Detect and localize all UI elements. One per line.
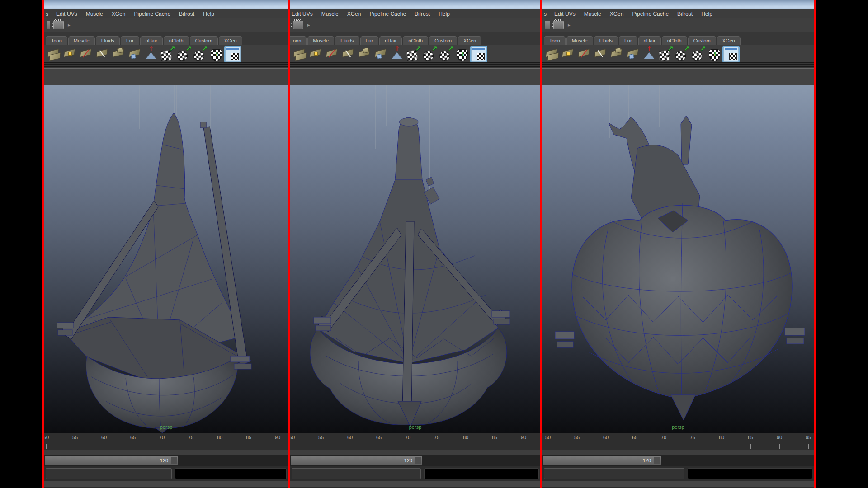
- frame-label[interactable]: 75: [678, 433, 707, 450]
- expand-arrow-icon[interactable]: ▸: [307, 22, 310, 28]
- frame-label[interactable]: 80: [451, 433, 480, 450]
- window-titlebar[interactable]: [44, 0, 288, 10]
- shelf-icon-poly-cut[interactable]: [577, 47, 591, 61]
- shelf-tab[interactable]: Toon: [544, 36, 566, 45]
- shelf-icon-checker-shield[interactable]: [455, 47, 469, 61]
- shelf-icon-checker-shield[interactable]: [707, 47, 722, 61]
- range-end-value[interactable]: 120: [404, 458, 412, 463]
- range-bar[interactable]: 120: [543, 456, 661, 465]
- frame-label[interactable]: 60: [335, 433, 364, 450]
- viewport-persp[interactable]: persp: [290, 85, 540, 433]
- frame-label[interactable]: 50: [44, 433, 61, 450]
- shelf-icon-checker-ne[interactable]: [406, 47, 420, 61]
- model-3d-object[interactable]: [542, 85, 814, 433]
- shelf-icon-poly-cut[interactable]: [325, 47, 339, 61]
- shelf-tab[interactable]: oon: [290, 36, 307, 45]
- shelf-icon-poly-dots[interactable]: [62, 47, 77, 61]
- frame-label[interactable]: 80: [707, 433, 736, 450]
- model-3d-object[interactable]: [44, 85, 288, 433]
- shelf-icon-cone[interactable]: [390, 47, 404, 61]
- shelf-icon-checker-cyl[interactable]: [439, 47, 453, 61]
- shelf-tab[interactable]: Custom: [429, 36, 457, 45]
- range-handle[interactable]: [415, 457, 421, 464]
- pane-divider[interactable]: [290, 62, 540, 68]
- shelf-tab[interactable]: XGen: [717, 36, 741, 45]
- pane-divider[interactable]: [44, 62, 288, 68]
- shelf-icon-poly-dots[interactable]: [308, 47, 323, 61]
- shelf-tab[interactable]: Custom: [190, 36, 218, 45]
- frame-label[interactable]: 65: [620, 433, 649, 450]
- frame-label[interactable]: 85: [480, 433, 509, 450]
- shelf-tab[interactable]: nCloth: [403, 36, 428, 45]
- shelf-icon-checker-cyl[interactable]: [193, 47, 207, 61]
- shelf-tab[interactable]: nCloth: [662, 36, 687, 45]
- shelf-tab[interactable]: Custom: [688, 36, 716, 45]
- menu-item[interactable]: Bifrost: [179, 11, 194, 17]
- clipped-toolbar-icon[interactable]: [47, 21, 50, 29]
- frame-label[interactable]: 70: [147, 433, 176, 450]
- shelf-icon-checker-sphere[interactable]: [675, 47, 689, 61]
- frame-label[interactable]: 50: [542, 433, 562, 450]
- time-slider[interactable]: 50556065707580859095: [44, 433, 288, 450]
- menu-item[interactable]: Edit UVs: [292, 11, 313, 17]
- shelf-tab[interactable]: XGen: [219, 36, 242, 45]
- clipped-toolbar-icon[interactable]: [545, 21, 550, 29]
- frame-label[interactable]: 60: [90, 433, 118, 450]
- range-bar[interactable]: 120: [291, 456, 422, 465]
- shelf-tab[interactable]: Fur: [121, 36, 139, 45]
- shelf-icon-uvwin-sel[interactable]: [471, 47, 486, 62]
- shelf-icon-poly-layout[interactable]: [626, 47, 640, 61]
- shelf-tab[interactable]: nHair: [379, 36, 402, 45]
- menu-item-clipped[interactable]: s: [46, 11, 48, 17]
- frame-label[interactable]: 75: [176, 433, 205, 450]
- shelf-icon-poly-layout[interactable]: [373, 47, 388, 61]
- range-slider[interactable]: 120: [44, 455, 288, 466]
- frame-label[interactable]: 95: [794, 433, 814, 450]
- frame-label[interactable]: 90: [765, 433, 794, 450]
- shelf-icon-uvwin-sel[interactable]: [225, 47, 241, 62]
- menu-item[interactable]: XGen: [347, 11, 361, 17]
- pane-divider[interactable]: [542, 62, 814, 68]
- shelf-icon-poly-cut[interactable]: [79, 47, 93, 61]
- shelf-tab[interactable]: Fur: [360, 36, 379, 45]
- command-input[interactable]: [544, 468, 684, 479]
- shelf-tab[interactable]: Fluids: [594, 36, 618, 45]
- menu-item[interactable]: Pipeline Cache: [134, 11, 170, 17]
- menu-item[interactable]: XGen: [610, 11, 624, 17]
- render-clapper-icon[interactable]: [553, 21, 564, 29]
- menu-item[interactable]: Edit UVs: [56, 11, 77, 17]
- frame-label[interactable]: 85: [736, 433, 765, 450]
- frame-label[interactable]: 80: [205, 433, 234, 450]
- frame-label[interactable]: 65: [118, 433, 147, 450]
- window-titlebar[interactable]: [542, 0, 814, 10]
- menu-item[interactable]: Bifrost: [677, 11, 693, 17]
- frame-label[interactable]: 70: [393, 433, 422, 450]
- shelf-icon-poly-pair[interactable]: [292, 47, 307, 61]
- frame-label[interactable]: 70: [649, 433, 678, 450]
- shelf-icon-checker-cyl[interactable]: [691, 47, 705, 61]
- shelf-tab[interactable]: XGen: [458, 36, 481, 45]
- frame-label[interactable]: 60: [591, 433, 620, 450]
- menu-item[interactable]: XGen: [112, 11, 126, 17]
- expand-arrow-icon[interactable]: ▸: [568, 22, 571, 28]
- menu-item[interactable]: Pipeline Cache: [632, 11, 669, 17]
- viewport-persp[interactable]: persp: [542, 85, 814, 433]
- frame-label[interactable]: 75: [422, 433, 451, 450]
- shelf-icon-poly-layout[interactable]: [127, 47, 142, 61]
- command-result[interactable]: [175, 468, 287, 479]
- range-end-value[interactable]: 120: [160, 458, 168, 463]
- shelf-tab[interactable]: Muscle: [68, 36, 95, 45]
- shelf-tab[interactable]: Fluids: [96, 36, 120, 45]
- shelf-icon-uvwin-sel[interactable]: [723, 47, 739, 62]
- menu-item[interactable]: Muscle: [86, 11, 103, 17]
- shelf-icon-checker-sphere[interactable]: [422, 47, 437, 61]
- range-handle[interactable]: [654, 457, 660, 464]
- range-end-value[interactable]: 120: [643, 458, 651, 463]
- shelf-icon-checker-ne[interactable]: [658, 47, 673, 61]
- command-input[interactable]: [46, 468, 172, 479]
- menu-item[interactable]: Help: [701, 11, 712, 17]
- expand-arrow-icon[interactable]: ▸: [68, 22, 71, 28]
- window-titlebar[interactable]: [290, 0, 540, 10]
- shelf-tab[interactable]: Toon: [46, 36, 67, 45]
- shelf-icon-poly-box[interactable]: [609, 47, 624, 61]
